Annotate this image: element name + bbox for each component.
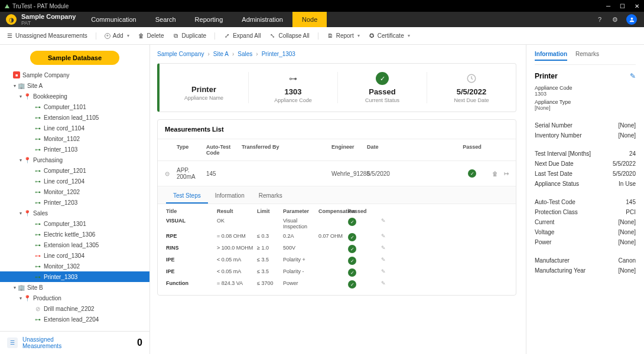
info-tab-information[interactable]: Information — [535, 51, 567, 61]
toggle-icon[interactable]: ▾ — [18, 158, 24, 163]
toggle-icon[interactable]: ▾ — [12, 285, 18, 290]
tree-item[interactable]: ⊶Printer_1303 — [0, 271, 149, 282]
add-button[interactable]: +Add▾ — [105, 32, 129, 39]
info-key: Last Test Date — [535, 171, 573, 177]
info-value: [None] — [619, 122, 636, 129]
subtab-information[interactable]: Information — [208, 189, 252, 204]
toggle-icon[interactable]: ▾ — [18, 211, 24, 216]
tree-item[interactable]: ⊶Extension lead_1105 — [0, 112, 149, 123]
tree-item[interactable]: ⊶Monitor_1102 — [0, 133, 149, 144]
tree-item[interactable]: ▾📍Bookkeeping — [0, 91, 149, 101]
info-key: Power — [535, 239, 551, 245]
nav-node[interactable]: Node — [292, 12, 327, 27]
tree-item[interactable]: ⊶Computer_1101 — [0, 101, 149, 112]
edit-step-icon[interactable]: ✎ — [372, 280, 395, 289]
check-icon: ✓ — [348, 218, 356, 226]
tree-item-label: Printer_1103 — [44, 146, 77, 153]
nav-administration[interactable]: Administration — [232, 12, 292, 27]
toggle-icon[interactable]: ▾ — [18, 94, 24, 99]
tree-item[interactable]: ⊶Extension lead_1305 — [0, 240, 149, 250]
edit-icon[interactable]: ✎ — [630, 72, 636, 80]
tree-item[interactable]: ▾📍Purchasing — [0, 155, 149, 165]
report-button[interactable]: 🗎Report▾ — [327, 32, 360, 40]
edit-step-icon[interactable]: ✎ — [372, 268, 395, 277]
crumb[interactable]: Site A — [213, 51, 229, 57]
status-label: Current Status — [338, 97, 427, 103]
info-tab-remarks[interactable]: Remarks — [575, 51, 599, 61]
tree-item[interactable]: ⊶Line cord_1104 — [0, 123, 149, 133]
edit-step-icon[interactable]: ✎ — [372, 257, 395, 265]
next-due-value: 5/5/2022 — [427, 87, 516, 96]
measurement-row[interactable]: ⊝ APP. 200mA 145 Wehrle_91288 5/5/2020 ✓… — [158, 161, 516, 186]
crumb[interactable]: Sample Company — [157, 51, 204, 57]
tree-item[interactable]: ▾🏢Site B — [0, 282, 149, 293]
info-value: 5/5/2020 — [613, 171, 636, 177]
subtab-test-steps[interactable]: Test Steps — [166, 189, 208, 204]
collapse-row-icon[interactable]: ⊝ — [165, 171, 177, 177]
tree-item[interactable]: ⊶Computer_1301 — [0, 218, 149, 229]
info-value: [None] — [619, 219, 636, 225]
trash-icon: 🗑 — [138, 32, 145, 40]
tree-item[interactable]: ⊶Electric kettle_1306 — [0, 229, 149, 240]
nav-communication[interactable]: Communication — [82, 12, 145, 27]
tree-item[interactable]: ⊶Line cord_1304 — [0, 250, 149, 261]
edit-step-icon[interactable]: ✎ — [372, 218, 395, 230]
close-button[interactable]: ✕ — [635, 3, 639, 9]
appliance-name-label: Appliance Name — [160, 95, 248, 101]
settings-icon[interactable]: ⚙ — [611, 15, 619, 24]
tree-item[interactable]: ⊶Extension lead_2204 — [0, 314, 149, 324]
certificate-icon: ✪ — [368, 32, 375, 40]
unassigned-link[interactable]: UnassignedMeasurements — [22, 336, 61, 349]
tree-item[interactable]: ⊶Monitor_1302 — [0, 261, 149, 271]
certificate-button[interactable]: ✪Certificate▾ — [368, 32, 410, 40]
nav-search[interactable]: Search — [146, 12, 186, 27]
expand-all-button[interactable]: ⤢Expand All — [223, 32, 261, 40]
user-avatar[interactable] — [626, 14, 637, 25]
minimize-button[interactable]: ─ — [606, 3, 610, 9]
tree-item[interactable]: ⊶Computer_1201 — [0, 165, 149, 176]
plug-icon: ⊶ — [287, 72, 300, 85]
next-due-label: Next Due Date — [427, 97, 516, 103]
edit-step-icon[interactable]: ✎ — [372, 233, 395, 241]
info-key: Test Interval [Months] — [535, 150, 591, 157]
tree-item-label: Purchasing — [33, 157, 63, 163]
test-step-row: Function= 824.3 VA≤ 3700Power✓✎ — [166, 278, 508, 290]
tree-item[interactable]: ⊘Drill machine_2202 — [0, 303, 149, 314]
duplicate-button[interactable]: ⧉Duplicate — [172, 32, 215, 40]
tree-item[interactable]: ▾📍Production — [0, 293, 149, 303]
tree-item[interactable]: ■Sample Company — [0, 70, 149, 80]
info-key: Inventory Number — [535, 132, 581, 139]
tree-item[interactable]: ⊶Monitor_1202 — [0, 186, 149, 197]
tree-item-label: Printer_1203 — [44, 199, 77, 206]
tree-item-label: Site A — [27, 83, 43, 89]
measurements-list: Measurements List Type Auto-Test Code Tr… — [157, 119, 516, 296]
tree-item[interactable]: ⊶Printer_1103 — [0, 144, 149, 155]
unassigned-count: 0 — [137, 337, 142, 348]
maximize-button[interactable]: ☐ — [620, 3, 625, 9]
tree-item[interactable]: ▾🏢Site A — [0, 80, 149, 91]
unassigned-icon: ☰ — [7, 337, 18, 348]
tree-item-label: Extension lead_1305 — [44, 242, 99, 248]
tree-item[interactable]: ▾📍Sales — [0, 208, 149, 218]
list-icon: ☰ — [6, 32, 13, 40]
sample-database-button[interactable]: Sample Database — [30, 51, 119, 65]
tree-item-label: Sample Company — [22, 72, 69, 78]
nav-reporting[interactable]: Reporting — [186, 12, 233, 27]
check-icon: ✓ — [348, 245, 356, 253]
tree-item[interactable]: ⊶Line cord_1204 — [0, 176, 149, 186]
test-step-row: IPE< 0.05 mA≤ 3.5Polarity +✓✎ — [166, 255, 508, 267]
subtab-remarks[interactable]: Remarks — [252, 189, 290, 204]
collapse-all-button[interactable]: ⤡Collapse All — [269, 32, 318, 40]
delete-button[interactable]: 🗑Delete — [138, 32, 164, 40]
info-panel-title: Printer — [535, 72, 558, 80]
unassigned-measurements-button[interactable]: ☰Unassigned Measurements — [6, 32, 96, 40]
tree-item[interactable]: ⊶Printer_1203 — [0, 197, 149, 208]
crumb[interactable]: Sales — [238, 51, 252, 57]
delete-row-icon[interactable]: 🗑 — [492, 171, 498, 177]
tree-item-label: Line cord_1104 — [44, 125, 84, 132]
toggle-icon[interactable]: ▾ — [12, 83, 18, 88]
edit-step-icon[interactable]: ✎ — [372, 245, 395, 253]
toggle-icon[interactable]: ▾ — [18, 296, 24, 301]
export-row-icon[interactable]: ↦ — [504, 171, 509, 177]
help-icon[interactable]: ? — [596, 15, 604, 24]
